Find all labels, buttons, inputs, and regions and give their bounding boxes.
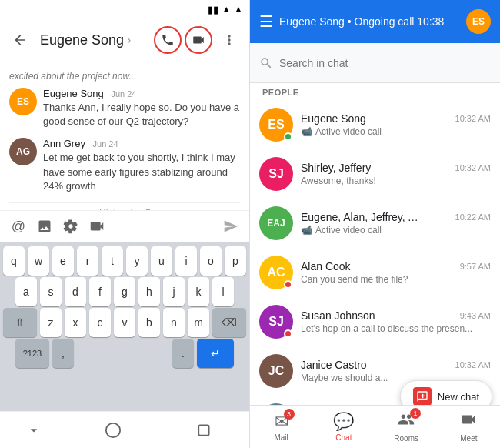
rooms-badge: 1 bbox=[410, 408, 421, 419]
hamburger-icon[interactable]: ☰ bbox=[259, 12, 273, 31]
key-g[interactable]: g bbox=[114, 277, 135, 306]
video-call-button[interactable] bbox=[185, 26, 212, 54]
key-l[interactable]: l bbox=[212, 277, 234, 306]
right-header: ☰ Eugene Song • Ongoing call 10:38 ES bbox=[250, 0, 500, 43]
chat-preview: 📹 Active video call bbox=[301, 126, 491, 137]
key-r[interactable]: r bbox=[77, 246, 98, 276]
key-period[interactable]: . bbox=[172, 339, 194, 368]
key-k[interactable]: k bbox=[188, 277, 209, 306]
mention-button[interactable]: @ bbox=[6, 214, 31, 239]
chat-time: 9:43 AM bbox=[460, 311, 491, 320]
left-panel: ▮▮ ▲ ▲ Eugene Song › bbox=[0, 0, 250, 448]
key-b[interactable]: b bbox=[138, 308, 160, 337]
key-x[interactable]: x bbox=[65, 308, 86, 337]
key-t[interactable]: t bbox=[102, 246, 123, 276]
online-indicator bbox=[284, 132, 292, 141]
search-input[interactable] bbox=[279, 57, 491, 69]
chat-preview: Can you send me the file? bbox=[301, 274, 491, 285]
key-m[interactable]: m bbox=[188, 308, 209, 337]
key-space[interactable] bbox=[77, 339, 169, 368]
key-e[interactable]: e bbox=[52, 246, 74, 276]
meet-tab-label: Meet bbox=[460, 434, 477, 443]
list-item[interactable]: AC Alan Cook 9:57 AM Can you send me the… bbox=[250, 248, 500, 297]
list-item[interactable]: SJ Shirley, Jeffery 10:32 AM Awesome, th… bbox=[250, 149, 500, 199]
chat-name: Eugene, Alan, Jeffrey, Ama... bbox=[301, 211, 424, 223]
list-item[interactable]: SJ Susan Johnson 9:43 AM Let's hop on a … bbox=[250, 297, 500, 346]
signal-icon: ▲ bbox=[234, 4, 243, 15]
wifi-icon: ▲ bbox=[222, 4, 231, 15]
chat-preview: 📹 Active video call bbox=[301, 225, 491, 236]
chat-name: Shirley, Jeffery bbox=[301, 162, 371, 174]
send-button[interactable] bbox=[218, 214, 243, 239]
nav-down-arrow[interactable] bbox=[22, 423, 45, 438]
key-y[interactable]: y bbox=[126, 246, 148, 276]
chat-info: Shirley, Jeffery 10:32 AM Awesome, thank… bbox=[301, 162, 491, 186]
people-label: PEOPLE bbox=[250, 83, 500, 100]
key-i[interactable]: i bbox=[175, 246, 197, 276]
key-v[interactable]: v bbox=[114, 308, 135, 337]
avatar: JC bbox=[259, 354, 293, 388]
message-content: Ann Grey Jun 24 Let me get back to you s… bbox=[43, 138, 240, 193]
meet-icon bbox=[460, 411, 477, 433]
key-s[interactable]: s bbox=[40, 277, 62, 306]
chat-time: 10:32 AM bbox=[455, 360, 491, 369]
key-f[interactable]: f bbox=[89, 277, 111, 306]
message-text: Thanks Ann, I really hope so. Do you hav… bbox=[43, 101, 240, 129]
tab-rooms[interactable]: 1 Rooms bbox=[383, 411, 429, 443]
key-backspace[interactable]: ⌫ bbox=[212, 308, 246, 337]
chat-header-title: Eugene Song › bbox=[40, 32, 148, 48]
key-n[interactable]: n bbox=[163, 308, 185, 337]
mail-badge: 3 bbox=[284, 409, 295, 420]
key-a[interactable]: a bbox=[15, 277, 37, 306]
tab-mail[interactable]: ✉ 3 Mail bbox=[258, 412, 305, 442]
avatar: SJ bbox=[259, 157, 293, 191]
right-header-title: Eugene Song • Ongoing call 10:38 bbox=[279, 15, 460, 28]
key-j[interactable]: j bbox=[163, 277, 185, 306]
chat-info: Susan Johnson 9:43 AM Let's hop on a cal… bbox=[301, 309, 491, 334]
history-off-label: History is off bbox=[9, 202, 240, 210]
more-options-button[interactable] bbox=[215, 26, 243, 54]
video-badge-icon: 📹 bbox=[301, 225, 312, 236]
chat-time: 10:32 AM bbox=[455, 163, 491, 172]
keyboard-row-4: ?123 , . ↵ bbox=[3, 339, 246, 368]
list-item[interactable]: EAJ Eugene, Alan, Jeffrey, Ama... 10:22 … bbox=[250, 199, 500, 248]
nav-home-circle[interactable] bbox=[90, 422, 136, 439]
right-panel: ☰ Eugene Song • Ongoing call 10:38 ES PE… bbox=[250, 0, 500, 448]
tab-meet[interactable]: Meet bbox=[445, 411, 492, 443]
rooms-tab-label: Rooms bbox=[394, 434, 418, 443]
key-q[interactable]: q bbox=[3, 246, 25, 276]
video-add-button[interactable] bbox=[85, 214, 109, 239]
svg-point-0 bbox=[106, 423, 120, 436]
keyboard-row-2: a s d f g h j k l bbox=[3, 277, 246, 306]
image-button[interactable] bbox=[32, 214, 57, 239]
key-c[interactable]: c bbox=[89, 308, 111, 337]
phone-call-button[interactable] bbox=[154, 26, 182, 54]
chat-time: 10:32 AM bbox=[455, 114, 491, 123]
keyboard-row-1: q w e r t y u i o p bbox=[3, 246, 246, 276]
chat-messages: excited about the project now... ES Euge… bbox=[0, 62, 249, 210]
key-z[interactable]: z bbox=[40, 308, 62, 337]
chat-name: Eugene Song bbox=[301, 112, 366, 125]
back-button[interactable] bbox=[6, 26, 34, 54]
chat-name-row: Eugene Song 10:32 AM bbox=[301, 112, 491, 125]
key-enter[interactable]: ↵ bbox=[197, 339, 234, 368]
chat-name-row: Alan Cook 9:57 AM bbox=[301, 260, 491, 272]
key-symbols[interactable]: ?123 bbox=[15, 339, 49, 368]
left-status-bar: ▮▮ ▲ ▲ bbox=[0, 0, 249, 18]
key-o[interactable]: o bbox=[200, 246, 222, 276]
tab-chat[interactable]: 💬 Chat bbox=[321, 412, 367, 442]
battery-icon: ▮▮ bbox=[208, 4, 218, 15]
camera-button[interactable] bbox=[58, 214, 83, 239]
key-d[interactable]: d bbox=[65, 277, 86, 306]
key-comma[interactable]: , bbox=[52, 339, 74, 368]
left-nav-bar bbox=[0, 411, 249, 448]
key-shift[interactable]: ⇧ bbox=[3, 308, 37, 337]
list-item[interactable]: ES Eugene Song 10:32 AM 📹 Active video c… bbox=[250, 100, 500, 149]
key-w[interactable]: w bbox=[28, 246, 49, 276]
key-u[interactable]: u bbox=[151, 246, 172, 276]
nav-square[interactable] bbox=[181, 423, 227, 438]
keyboard-row-3: ⇧ z x c v b n m ⌫ bbox=[3, 308, 246, 337]
avatar: EAJ bbox=[259, 206, 293, 240]
key-p[interactable]: p bbox=[225, 246, 246, 276]
key-h[interactable]: h bbox=[138, 277, 160, 306]
